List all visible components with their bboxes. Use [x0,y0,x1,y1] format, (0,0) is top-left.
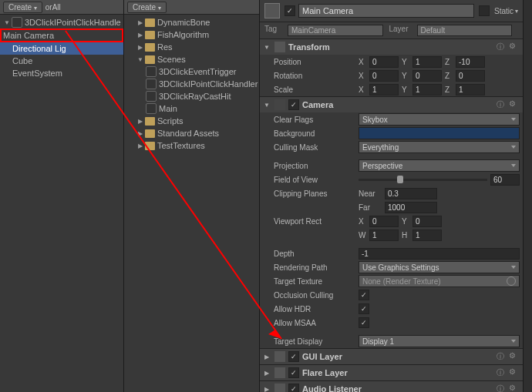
layer-label: Layer [389,25,417,36]
gear-icon[interactable]: ⚙ [509,367,520,378]
folder-fishalgo[interactable]: ▶FishAlgorithm [124,28,259,41]
rot-z-field[interactable] [456,70,485,82]
pos-y-field[interactable] [412,56,442,68]
fov-slider[interactable] [359,179,487,181]
project-panel: Create ▾ ▶DynamicBone ▶FishAlgorithm ▶Re… [124,0,260,392]
fov-field[interactable] [490,174,520,186]
background-color-field[interactable] [359,127,520,139]
gameobject-icon [264,3,280,18]
hierarchy-item-directional-light[interactable]: Directional Lig [0,42,123,55]
folder-scripts[interactable]: ▶Scripts [124,115,259,127]
rot-y-field[interactable] [412,70,442,82]
target-texture-field[interactable]: None (Render Texture) [359,275,520,287]
hdr-checkbox[interactable]: ✓ [359,303,369,314]
flare-layer-component[interactable]: ▶✓Flare Layerⓘ⚙ [260,365,523,380]
hierarchy-item-eventsystem[interactable]: EventSystem [0,67,123,79]
inspector-header: ✓ Static ▾ [260,0,523,22]
viewport-x-field[interactable] [369,216,399,227]
culling-mask-dropdown[interactable]: Everything [359,141,520,153]
hierarchy-item-main-camera[interactable]: Main Camera [0,28,123,42]
render-path-dropdown[interactable]: Use Graphics Settings [359,261,520,273]
rot-x-field[interactable] [369,70,399,82]
scale-y-field[interactable] [412,84,442,95]
layer-dropdown[interactable]: Default [417,25,513,36]
audio-listener-component[interactable]: ▶✓Audio Listenerⓘ⚙ [260,381,523,392]
gear-icon[interactable]: ⚙ [509,99,520,110]
folder-dynamicbone[interactable]: ▶DynamicBone [124,16,259,28]
gui-layer-icon [274,351,285,362]
hierarchy-tree: ▼3DClickIPointClickHandle Main Camera Di… [0,15,123,392]
camera-component: ▼✓Cameraⓘ⚙ Clear FlagsSkybox Background … [260,97,523,349]
folder-standard[interactable]: ▶Standard Assets [124,127,259,139]
projection-dropdown[interactable]: Perspective [359,159,520,172]
scale-z-field[interactable] [456,84,485,95]
msaa-checkbox[interactable]: ✓ [359,317,369,328]
viewport-y-field[interactable] [412,216,442,227]
near-field[interactable] [385,188,437,199]
project-create-button[interactable]: Create ▾ [127,2,167,13]
viewport-h-field[interactable] [412,230,442,241]
inspector-scrollbar[interactable] [523,0,532,392]
flare-layer-icon [274,367,285,378]
help-icon[interactable]: ⓘ [497,99,507,110]
depth-field[interactable] [359,248,520,260]
folder-res[interactable]: ▶Res [124,41,259,53]
viewport-w-field[interactable] [369,230,399,241]
gear-icon[interactable]: ⚙ [509,351,520,362]
tag-dropdown[interactable]: MainCamera [288,25,383,36]
scene-3dclick-eventtrigger[interactable]: 3DClickEventTrigger [124,65,259,78]
gui-layer-component[interactable]: ▶✓GUI Layerⓘ⚙ [260,349,523,364]
static-label: Static [494,7,513,15]
project-toolbar: Create ▾ [124,0,259,15]
hierarchy-toolbar: Create ▾ orAll [0,0,123,15]
project-tree: ▶DynamicBone ▶FishAlgorithm ▶Res ▼Scenes… [124,15,259,392]
pos-z-field[interactable] [456,56,485,68]
hierarchy-scene-root[interactable]: ▼3DClickIPointClickHandle [0,16,123,28]
static-checkbox[interactable] [479,5,490,16]
create-button[interactable]: Create ▾ [3,2,42,13]
gear-icon[interactable]: ⚙ [509,42,520,52]
camera-icon [274,99,285,110]
far-field[interactable] [385,202,437,213]
folder-scenes[interactable]: ▼Scenes [124,53,259,65]
clear-flags-dropdown[interactable]: Skybox [359,113,520,126]
folder-testtex[interactable]: ▶TestTextures [124,139,259,152]
help-icon[interactable]: ⓘ [497,42,507,52]
scene-3dclick-raycast[interactable]: 3DClickRayCastHit [124,90,259,102]
gear-icon[interactable]: ⚙ [509,384,520,392]
all-filter[interactable]: orAll [45,3,61,12]
scale-x-field[interactable] [369,84,399,95]
transform-component: ▼Transformⓘ⚙ PositionXYZ RotationXYZ Sca… [260,39,523,97]
help-icon[interactable]: ⓘ [497,351,507,362]
scene-main[interactable]: Main [124,102,259,115]
hierarchy-item-cube[interactable]: Cube [0,55,123,67]
hierarchy-panel: Create ▾ orAll ▼3DClickIPointClickHandle… [0,0,124,392]
help-icon[interactable]: ⓘ [497,367,507,378]
pos-x-field[interactable] [369,56,399,68]
tag-label: Tag [264,25,288,36]
camera-enable-checkbox[interactable]: ✓ [288,99,299,110]
gameobject-name-field[interactable] [298,4,474,18]
help-icon[interactable]: ⓘ [497,384,507,392]
inspector-panel: ✓ Static ▾ Tag MainCamera Layer Default … [260,0,523,392]
tag-layer-row: Tag MainCamera Layer Default [260,22,523,39]
gameobject-active-checkbox[interactable]: ✓ [285,5,295,16]
transform-icon [274,42,285,52]
scene-3dclick-ipointclick[interactable]: 3DClickIPointClickHandler [124,78,259,90]
target-display-dropdown[interactable]: Display 1 [359,335,520,347]
occlusion-checkbox[interactable]: ✓ [359,290,369,300]
audio-listener-icon [274,384,285,392]
